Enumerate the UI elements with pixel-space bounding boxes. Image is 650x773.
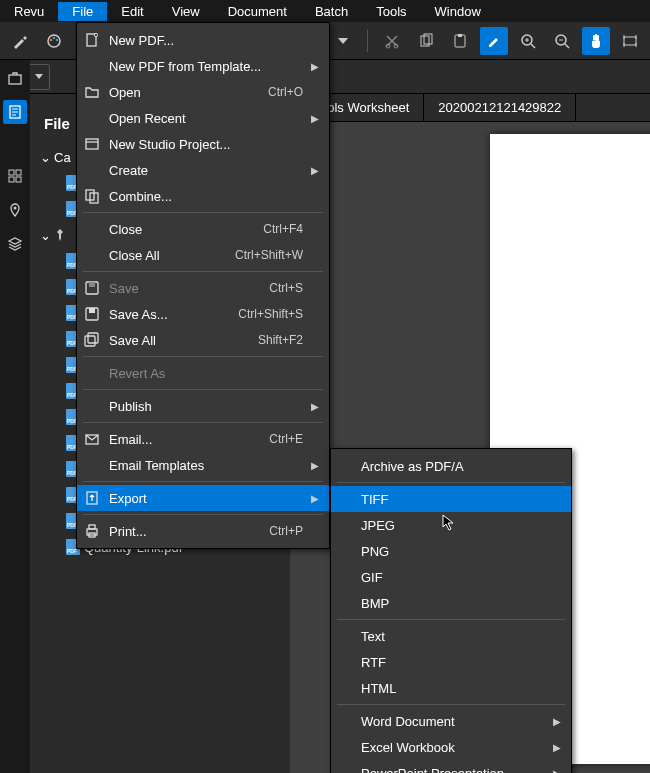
rail-file-icon[interactable] [3, 100, 27, 124]
svg-rect-36 [89, 525, 95, 529]
menu-separator [83, 212, 323, 213]
color-palette-icon[interactable] [40, 27, 68, 55]
menu-label: Close All [109, 248, 207, 263]
project-icon [83, 135, 101, 153]
menubar-item-edit[interactable]: Edit [107, 2, 157, 21]
menu-item-save-as[interactable]: Save As...Ctrl+Shift+S [77, 301, 329, 327]
zoom-out-icon[interactable] [548, 27, 576, 55]
menu-item-new-pdf[interactable]: New PDF... [77, 27, 329, 53]
menu-label: Close [109, 222, 235, 237]
rail-grid-icon[interactable] [3, 164, 27, 188]
menu-item-close-all[interactable]: Close AllCtrl+Shift+W [77, 242, 329, 268]
menu-item-text[interactable]: Text [331, 623, 571, 649]
blank-icon [83, 109, 101, 127]
menu-label: Save [109, 281, 241, 296]
email-icon [83, 430, 101, 448]
menu-item-powerpoint-presentation[interactable]: PowerPoint Presentation▶ [331, 760, 571, 773]
menu-label: New Studio Project... [109, 137, 303, 152]
cut-icon[interactable] [378, 27, 406, 55]
svg-rect-28 [89, 282, 95, 287]
select-icon[interactable] [616, 27, 644, 55]
paste-icon[interactable] [446, 27, 474, 55]
highlight-icon[interactable] [480, 27, 508, 55]
menu-item-close[interactable]: CloseCtrl+F4 [77, 216, 329, 242]
combine-icon [83, 187, 101, 205]
menubar-item-view[interactable]: View [158, 2, 214, 21]
submenu-arrow-icon: ▶ [311, 401, 319, 412]
menubar: RevuFileEditViewDocumentBatchToolsWindow [0, 0, 650, 22]
menu-label: Email... [109, 432, 241, 447]
menu-item-email[interactable]: Email...Ctrl+E [77, 426, 329, 452]
menu-label: PowerPoint Presentation [361, 766, 545, 774]
svg-rect-32 [88, 333, 98, 343]
menu-item-publish[interactable]: Publish▶ [77, 393, 329, 419]
menu-item-open-recent[interactable]: Open Recent▶ [77, 105, 329, 131]
blank-icon [83, 161, 101, 179]
menu-item-jpeg[interactable]: JPEG [331, 512, 571, 538]
menu-item-new-pdf-from-template[interactable]: New PDF from Template...▶ [77, 53, 329, 79]
document-tab[interactable]: 20200212121429822 [424, 94, 576, 121]
save-icon [83, 279, 101, 297]
menu-item-excel-workbook[interactable]: Excel Workbook▶ [331, 734, 571, 760]
submenu-arrow-icon: ▶ [311, 61, 319, 72]
blank-icon [83, 364, 101, 382]
menu-shortcut: Ctrl+Shift+S [238, 307, 303, 321]
menu-item-print[interactable]: Print...Ctrl+P [77, 518, 329, 544]
menu-item-bmp[interactable]: BMP [331, 590, 571, 616]
menubar-item-tools[interactable]: Tools [362, 2, 420, 21]
menu-label: New PDF... [109, 33, 303, 48]
svg-rect-24 [86, 139, 98, 149]
menu-item-export[interactable]: Export▶ [77, 485, 329, 511]
zoom-in-icon[interactable] [514, 27, 542, 55]
menu-item-archive-as-pdf-a[interactable]: Archive as PDF/A [331, 453, 571, 479]
pan-icon[interactable] [582, 27, 610, 55]
menu-item-word-document[interactable]: Word Document▶ [331, 708, 571, 734]
menubar-item-file[interactable]: File [58, 2, 107, 21]
svg-point-0 [48, 35, 60, 47]
menu-item-revert-as: Revert As [77, 360, 329, 386]
export-icon [83, 489, 101, 507]
menu-label: PNG [361, 544, 545, 559]
menu-label: Archive as PDF/A [361, 459, 545, 474]
menu-shortcut: Ctrl+P [269, 524, 303, 538]
menu-label: Print... [109, 524, 241, 539]
menu-item-new-studio-project[interactable]: New Studio Project... [77, 131, 329, 157]
menu-label: TIFF [361, 492, 545, 507]
menu-item-save-all[interactable]: Save AllShift+F2 [77, 327, 329, 353]
menu-item-open[interactable]: OpenCtrl+O [77, 79, 329, 105]
menubar-item-document[interactable]: Document [214, 2, 301, 21]
menu-item-png[interactable]: PNG [331, 538, 571, 564]
rail-layers-icon[interactable] [3, 232, 27, 256]
menu-separator [83, 271, 323, 272]
menu-item-email-templates[interactable]: Email Templates▶ [77, 452, 329, 478]
copy-icon[interactable] [412, 27, 440, 55]
blank-icon [83, 456, 101, 474]
file-menu: New PDF...New PDF from Template...▶OpenC… [76, 22, 330, 549]
print-icon [83, 522, 101, 540]
menu-shortcut: Ctrl+Shift+W [235, 248, 303, 262]
rail-location-icon[interactable] [3, 198, 27, 222]
chevron-down-icon: ⌄ [40, 228, 50, 243]
menu-item-rtf[interactable]: RTF [331, 649, 571, 675]
wand-icon[interactable] [6, 27, 34, 55]
menu-label: Publish [109, 399, 303, 414]
menu-label: Revert As [109, 366, 303, 381]
rail-briefcase-icon[interactable] [3, 66, 27, 90]
tree-group-label: Ca [54, 150, 71, 165]
menubar-item-batch[interactable]: Batch [301, 2, 362, 21]
menubar-item-revu[interactable]: Revu [0, 2, 58, 21]
menu-item-create[interactable]: Create▶ [77, 157, 329, 183]
menu-item-save: SaveCtrl+S [77, 275, 329, 301]
svg-rect-15 [9, 75, 21, 84]
menu-item-gif[interactable]: GIF [331, 564, 571, 590]
menu-label: New PDF from Template... [109, 59, 303, 74]
new-pdf-icon [83, 31, 101, 49]
menu-item-html[interactable]: HTML [331, 675, 571, 701]
menubar-item-window[interactable]: Window [421, 2, 495, 21]
divider [367, 30, 368, 52]
dropdown-icon[interactable] [329, 27, 357, 55]
menu-separator [83, 422, 323, 423]
menu-item-tiff[interactable]: TIFF [331, 486, 571, 512]
menu-item-combine[interactable]: Combine... [77, 183, 329, 209]
svg-point-21 [14, 207, 17, 210]
